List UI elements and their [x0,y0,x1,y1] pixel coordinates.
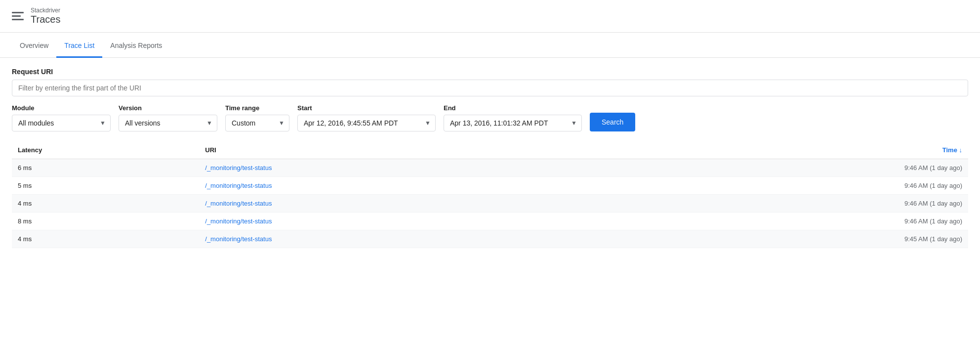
module-select[interactable]: All modules [12,115,111,131]
uri-link[interactable]: /_monitoring/test-status [205,200,272,207]
end-select-wrapper: Apr 13, 2016, 11:01:32 AM PDT ▼ [444,115,582,131]
version-label: Version [119,104,217,112]
time-cell: 9:46 AM (1 day ago) [607,177,968,195]
uri-cell: /_monitoring/test-status [199,195,607,213]
table-header: Latency URI Time ↓ [12,141,968,159]
uri-link[interactable]: /_monitoring/test-status [205,217,272,225]
latency-cell: 6 ms [12,159,199,177]
uri-cell: /_monitoring/test-status [199,177,607,195]
timerange-control: Time range Custom ▼ [225,104,289,131]
module-control: Module All modules ▼ [12,104,111,131]
timerange-select[interactable]: Custom [225,115,289,131]
module-select-wrapper: All modules ▼ [12,115,111,131]
uri-link[interactable]: /_monitoring/test-status [205,164,272,172]
version-select[interactable]: All versions [119,115,217,131]
table-row: 6 ms/_monitoring/test-status9:46 AM (1 d… [12,159,968,177]
time-sort-icon: ↓ [959,146,963,154]
app-name: Stackdriver [31,7,60,14]
controls-row: Module All modules ▼ Version All version… [12,104,968,131]
table-row: 5 ms/_monitoring/test-status9:46 AM (1 d… [12,177,968,195]
start-control: Start Apr 12, 2016, 9:45:55 AM PDT ▼ [297,104,436,131]
results-table: Latency URI Time ↓ 6 ms/_monitoring/test… [12,141,968,248]
search-button[interactable]: Search [590,113,635,131]
table-row: 4 ms/_monitoring/test-status9:46 AM (1 d… [12,195,968,213]
uri-link[interactable]: /_monitoring/test-status [205,182,272,189]
tab-analysis-reports[interactable]: Analysis Reports [102,35,170,58]
filter-section: Request URI [12,68,968,96]
timerange-label: Time range [225,104,289,112]
start-select[interactable]: Apr 12, 2016, 9:45:55 AM PDT [297,115,436,131]
end-label: End [444,104,582,112]
table-body: 6 ms/_monitoring/test-status9:46 AM (1 d… [12,159,968,248]
latency-cell: 4 ms [12,230,199,248]
header: Stackdriver Traces [0,0,980,33]
end-select[interactable]: Apr 13, 2016, 11:01:32 AM PDT [444,115,582,131]
table-row: 8 ms/_monitoring/test-status9:46 AM (1 d… [12,213,968,230]
uri-cell: /_monitoring/test-status [199,159,607,177]
page-title: Traces [31,14,60,25]
uri-filter-input[interactable] [12,80,968,96]
header-text: Stackdriver Traces [31,7,60,25]
tab-trace-list[interactable]: Trace List [56,35,102,58]
menu-icon[interactable] [12,12,24,20]
module-label: Module [12,104,111,112]
timerange-select-wrapper: Custom ▼ [225,115,289,131]
latency-cell: 4 ms [12,195,199,213]
latency-cell: 5 ms [12,177,199,195]
latency-column-header: Latency [12,141,199,159]
latency-cell: 8 ms [12,213,199,230]
tab-overview[interactable]: Overview [12,35,56,58]
time-cell: 9:46 AM (1 day ago) [607,195,968,213]
time-cell: 9:45 AM (1 day ago) [607,230,968,248]
time-column-header[interactable]: Time ↓ [607,141,968,159]
table-row: 4 ms/_monitoring/test-status9:45 AM (1 d… [12,230,968,248]
start-select-wrapper: Apr 12, 2016, 9:45:55 AM PDT ▼ [297,115,436,131]
version-control: Version All versions ▼ [119,104,217,131]
filter-label: Request URI [12,68,968,76]
start-label: Start [297,104,436,112]
uri-cell: /_monitoring/test-status [199,230,607,248]
time-cell: 9:46 AM (1 day ago) [607,213,968,230]
version-select-wrapper: All versions ▼ [119,115,217,131]
time-cell: 9:46 AM (1 day ago) [607,159,968,177]
end-control: End Apr 13, 2016, 11:01:32 AM PDT ▼ [444,104,582,131]
main-content: Request URI Module All modules ▼ Version… [0,58,980,258]
uri-link[interactable]: /_monitoring/test-status [205,235,272,243]
tab-nav: Overview Trace List Analysis Reports [0,35,980,58]
uri-cell: /_monitoring/test-status [199,213,607,230]
uri-column-header: URI [199,141,607,159]
